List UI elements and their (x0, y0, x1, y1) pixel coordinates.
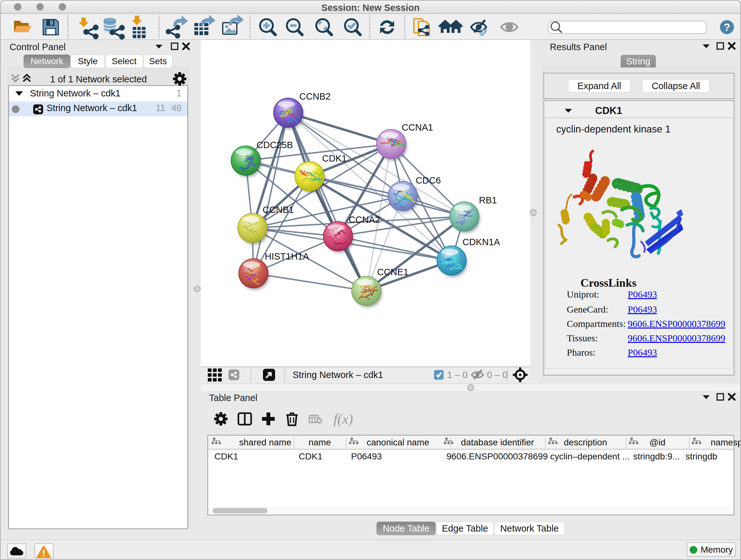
svg-text:CDC6: CDC6 (416, 175, 441, 186)
svg-text:HIST1H1A: HIST1H1A (265, 251, 309, 261)
svg-text:CCNA2: CCNA2 (349, 214, 380, 225)
svg-text:CCNB1: CCNB1 (263, 205, 294, 215)
svg-text:?: ? (724, 21, 731, 33)
svg-text:CDC25B: CDC25B (257, 140, 293, 150)
svg-text:CDKN1A: CDKN1A (462, 237, 500, 247)
svg-text:CCNE1: CCNE1 (377, 267, 408, 277)
svg-text:CCNA1: CCNA1 (402, 122, 433, 132)
svg-text:CDK1: CDK1 (322, 153, 347, 164)
svg-text:RB1: RB1 (479, 195, 497, 205)
svg-text:CCNB2: CCNB2 (299, 91, 331, 102)
